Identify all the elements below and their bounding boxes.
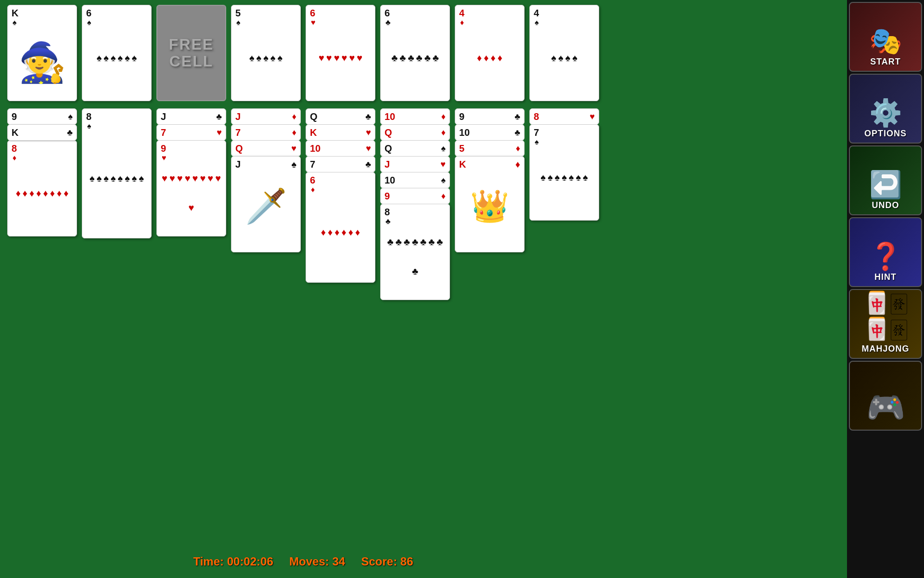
col1-card1[interactable]: 9 ♠ <box>7 108 77 125</box>
col6-card1[interactable]: 10 ♦ <box>380 108 450 125</box>
col4-card2[interactable]: 7 ♦ <box>231 124 301 141</box>
col7-card3[interactable]: 5 ♦ <box>455 140 525 157</box>
col3-card3[interactable]: 9 ♥ ♥♥♥ ♥♥♥ ♥♥♥ <box>156 140 226 236</box>
undo-button[interactable]: ↩️ UNDO <box>849 145 922 215</box>
freecell-label: FREE CELL <box>157 36 225 70</box>
moves-display: Moves: 34 <box>289 555 345 568</box>
freecell-2[interactable]: 6 ♠ ♠♠♠ ♠♠♠ <box>82 5 152 101</box>
game-area: K ♠ 🧙 6 ♠ ♠♠♠ ♠♠♠ FREE CELL 5 ♠ ♠♠ ♠♠♠ 6… <box>0 0 606 578</box>
foundation-5[interactable]: 4 ♠ ♠♠♠♠ <box>529 5 599 101</box>
col1-card3[interactable]: 8 ♦ ♦♦♦♦ ♦♦♦♦ <box>7 140 77 236</box>
games-button[interactable]: 🎮 <box>849 361 922 431</box>
col5-card1[interactable]: Q ♣ <box>306 108 375 125</box>
foundation-1[interactable]: 5 ♠ ♠♠ ♠♠♠ <box>231 5 301 101</box>
col7-card1[interactable]: 9 ♣ <box>455 108 525 125</box>
col5-card4[interactable]: 7 ♣ <box>306 156 375 172</box>
options-label: OPTIONS <box>864 129 907 139</box>
col5-card3[interactable]: 10 ♥ <box>306 140 375 157</box>
col2-card1[interactable]: 8 ♠ ♠♠♠♠ ♠♠♠♠ <box>82 108 152 238</box>
options-button[interactable]: ⚙️ OPTIONS <box>849 74 922 144</box>
start-label: START <box>870 57 901 67</box>
mahjong-button[interactable]: 🀄🀅🀄🀅 MAHJONG <box>849 289 922 359</box>
col6-card3[interactable]: Q ♠ <box>380 140 450 157</box>
col5-card5[interactable]: 6 ♦ ♦♦♦ ♦♦♦ <box>306 172 375 283</box>
col6-card4[interactable]: J ♥ <box>380 156 450 172</box>
col1-card2[interactable]: K ♣ <box>7 124 77 141</box>
foundation-2[interactable]: 6 ♥ ♥♥♥ ♥♥♥ <box>306 5 375 101</box>
mahjong-label: MAHJONG <box>861 344 909 354</box>
col3-card2[interactable]: 7 ♥ <box>156 124 226 141</box>
col4-card1[interactable]: J ♦ <box>231 108 301 125</box>
col4-card4[interactable]: J♠ 🗡️ <box>231 156 301 252</box>
col5-card2[interactable]: K ♥ <box>306 124 375 141</box>
col8-card1[interactable]: 8 ♥ <box>529 108 599 125</box>
status-bar: Time: 00:02:06 Moves: 34 Score: 86 <box>0 555 606 568</box>
undo-label: UNDO <box>872 200 899 210</box>
col7-card4[interactable]: K♦ 👑 <box>455 156 525 252</box>
col8-card2[interactable]: 7 ♠ ♠♠♠ ♠♠♠♠ <box>529 124 599 221</box>
freecell-placeholder[interactable]: FREE CELL <box>156 5 226 101</box>
col6-card6[interactable]: 9 ♦ <box>380 188 450 204</box>
foundation-4[interactable]: 4 ♦ ♦♦♦♦ <box>455 5 525 101</box>
start-button[interactable]: 🎭 START <box>849 2 922 72</box>
hint-button[interactable]: ❓ HINT <box>849 217 922 287</box>
col6-card7[interactable]: 8 ♣ ♣♣♣♣ ♣♣♣♣ <box>380 204 450 300</box>
sidebar: 🎭 START ⚙️ OPTIONS ↩️ UNDO ❓ HINT 🀄🀅🀄🀅 M… <box>847 0 924 578</box>
col4-card3[interactable]: Q ♥ <box>231 140 301 157</box>
col6-card2[interactable]: Q ♦ <box>380 124 450 141</box>
col7-card2[interactable]: 10 ♣ <box>455 124 525 141</box>
col6-card5[interactable]: 10 ♠ <box>380 172 450 188</box>
time-display: Time: 00:02:06 <box>193 555 273 568</box>
col3-card1[interactable]: J ♣ <box>156 108 226 125</box>
hint-label: HINT <box>874 272 897 282</box>
score-display: Score: 86 <box>361 555 413 568</box>
foundation-3[interactable]: 6 ♣ ♣♣♣ ♣♣♣ <box>380 5 450 101</box>
freecell-1[interactable]: K ♠ 🧙 <box>7 5 77 101</box>
